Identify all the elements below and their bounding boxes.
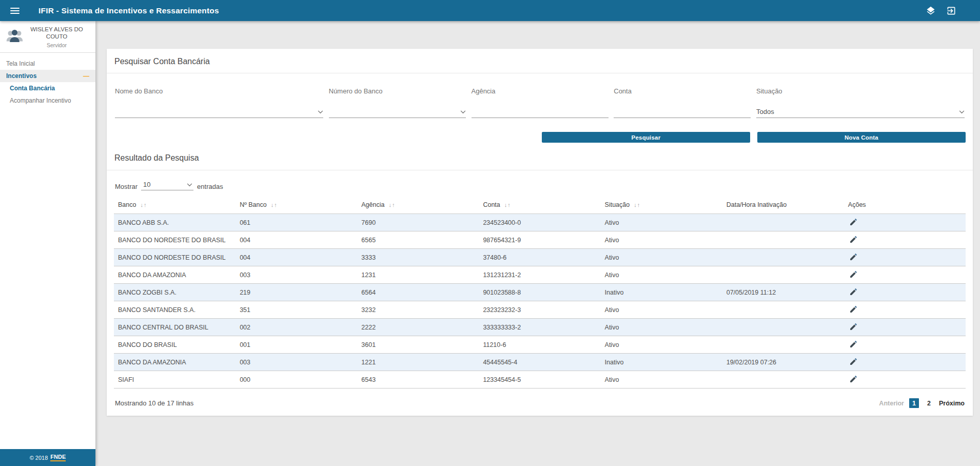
cell-banco: BANCO DA AMAZONIA bbox=[114, 266, 236, 284]
cell-agencia: 1221 bbox=[357, 354, 479, 371]
edit-icon[interactable] bbox=[848, 374, 859, 384]
user-role: Servidor bbox=[24, 42, 89, 48]
column-header-numero-banco[interactable]: Nº Banco↓↑ bbox=[236, 197, 357, 214]
sidebar-item-incentivos[interactable]: Incentivos — bbox=[0, 70, 95, 82]
edit-icon[interactable] bbox=[848, 235, 859, 244]
cell-conta: 232323232-3 bbox=[479, 301, 600, 319]
cell-banco: BANCO ABB S.A. bbox=[114, 214, 236, 231]
cell-data-inativacao bbox=[722, 249, 844, 266]
layers-icon[interactable] bbox=[926, 6, 936, 16]
conta-input[interactable] bbox=[614, 108, 751, 115]
cell-agencia: 6565 bbox=[357, 231, 479, 249]
sort-icon[interactable]: ↓↑ bbox=[271, 202, 278, 208]
chevron-down-icon bbox=[187, 181, 192, 188]
pagination-page-2[interactable]: 2 bbox=[924, 398, 934, 408]
edit-icon[interactable] bbox=[848, 269, 859, 279]
menu-icon[interactable] bbox=[9, 4, 21, 17]
edit-icon[interactable] bbox=[848, 252, 859, 262]
cell-data-inativacao: 07/05/2019 11:12 bbox=[722, 284, 844, 301]
cell-numero-banco: 351 bbox=[236, 301, 357, 319]
column-header-agencia[interactable]: Agência↓↑ bbox=[357, 197, 479, 214]
results-summary: Mostrando 10 de 17 linhas bbox=[115, 399, 193, 407]
fnde-link[interactable]: FNDE bbox=[50, 454, 66, 461]
table-row: BANCO DA AMAZONIA 003 1231 131231231-2 A… bbox=[114, 266, 966, 284]
nova-conta-button[interactable]: Nova Conta bbox=[757, 132, 966, 143]
column-header-situacao[interactable]: Situação↓↑ bbox=[601, 197, 722, 214]
sidebar-item-conta-bancaria[interactable]: Conta Bancária bbox=[0, 82, 95, 94]
pagination-page-1[interactable]: 1 bbox=[909, 398, 919, 408]
cell-data-inativacao bbox=[722, 336, 844, 354]
edit-icon[interactable] bbox=[848, 322, 859, 332]
cell-numero-banco: 002 bbox=[236, 319, 357, 336]
table-row: BANCO SANTANDER S.A. 351 3232 232323232-… bbox=[114, 301, 966, 319]
cell-acoes bbox=[844, 371, 966, 389]
field-numero-do-banco: Número do Banco bbox=[329, 87, 466, 118]
edit-icon[interactable] bbox=[848, 304, 859, 314]
agencia-input[interactable] bbox=[472, 108, 609, 115]
table-header-row: Banco↓↑ Nº Banco↓↑ Agência↓↑ Conta↓↑ Sit… bbox=[114, 197, 966, 214]
cell-data-inativacao bbox=[722, 371, 844, 389]
sort-icon[interactable]: ↓↑ bbox=[140, 202, 147, 208]
cell-acoes bbox=[844, 319, 966, 336]
cell-conta: 37480-6 bbox=[479, 249, 600, 266]
cell-data-inativacao bbox=[722, 266, 844, 284]
numero-do-banco-select[interactable] bbox=[329, 106, 466, 118]
cell-data-inativacao bbox=[722, 319, 844, 336]
table-row: BANCO ABB S.A. 061 7690 234523400-0 Ativ… bbox=[114, 214, 966, 231]
pagination-next[interactable]: Próximo bbox=[939, 400, 965, 407]
cell-conta: 131231231-2 bbox=[479, 266, 600, 284]
table-row: BANCO DO NORDESTE DO BRASIL 004 3333 374… bbox=[114, 249, 966, 266]
cell-acoes bbox=[844, 214, 966, 231]
sort-icon[interactable]: ↓↑ bbox=[634, 202, 640, 208]
cell-conta: 987654321-9 bbox=[479, 231, 600, 249]
field-agencia: Agência bbox=[472, 87, 609, 118]
field-conta: Conta bbox=[614, 87, 751, 118]
cell-conta: 333333333-2 bbox=[479, 319, 600, 336]
logout-icon[interactable] bbox=[946, 6, 956, 16]
nome-do-banco-select[interactable] bbox=[115, 106, 323, 118]
pesquisar-button[interactable]: Pesquisar bbox=[542, 132, 750, 143]
cell-banco: BANCO SANTANDER S.A. bbox=[114, 301, 236, 319]
edit-icon[interactable] bbox=[848, 287, 859, 297]
cell-situacao: Inativo bbox=[601, 354, 722, 371]
cell-situacao: Ativo bbox=[601, 371, 722, 389]
app-title: IFIR - Sistema de Incentivos e Ressarcim… bbox=[38, 6, 219, 15]
cell-acoes bbox=[844, 266, 966, 284]
top-app-bar: IFIR - Sistema de Incentivos e Ressarcim… bbox=[0, 0, 980, 21]
entries-control: Mostrar 10 entradas bbox=[114, 181, 966, 190]
edit-icon[interactable] bbox=[848, 217, 859, 227]
column-header-conta[interactable]: Conta↓↑ bbox=[479, 197, 600, 214]
situacao-select[interactable]: Todos bbox=[756, 106, 965, 118]
edit-icon[interactable] bbox=[848, 339, 859, 349]
divider bbox=[107, 73, 973, 73]
divider bbox=[107, 170, 973, 170]
cell-conta: 45445545-4 bbox=[479, 354, 600, 371]
cell-situacao: Inativo bbox=[601, 284, 722, 301]
cell-situacao: Ativo bbox=[601, 231, 722, 249]
sidebar-item-tela-inicial[interactable]: Tela Inicial bbox=[0, 57, 95, 70]
chevron-down-icon bbox=[959, 108, 965, 115]
collapse-icon[interactable]: — bbox=[83, 72, 89, 80]
user-name: WISLEY ALVES DO COUTO bbox=[24, 26, 89, 41]
sidebar-item-acompanhar-incentivo[interactable]: Acompanhar Incentivo bbox=[0, 94, 95, 107]
column-header-acoes: Ações bbox=[844, 197, 966, 214]
column-header-banco[interactable]: Banco↓↑ bbox=[114, 197, 236, 214]
pagination-previous[interactable]: Anterior bbox=[879, 400, 904, 407]
cell-acoes bbox=[844, 231, 966, 249]
cell-agencia: 3232 bbox=[357, 301, 479, 319]
sort-icon[interactable]: ↓↑ bbox=[504, 202, 511, 208]
cell-data-inativacao bbox=[722, 231, 844, 249]
cell-acoes bbox=[844, 249, 966, 266]
table-row: BANCO DO NORDESTE DO BRASIL 004 6565 987… bbox=[114, 231, 966, 249]
cell-banco: SIAFI bbox=[114, 371, 236, 389]
table-row: BANCO ZOGBI S.A. 219 6564 901023588-8 In… bbox=[114, 284, 966, 301]
results-table-body: BANCO ABB S.A. 061 7690 234523400-0 Ativ… bbox=[114, 214, 966, 389]
cell-numero-banco: 219 bbox=[236, 284, 357, 301]
cell-banco: BANCO ZOGBI S.A. bbox=[114, 284, 236, 301]
entries-per-page-select[interactable]: 10 bbox=[141, 181, 193, 190]
sort-icon[interactable]: ↓↑ bbox=[388, 202, 395, 208]
cell-agencia: 3333 bbox=[357, 249, 479, 266]
edit-icon[interactable] bbox=[848, 357, 859, 366]
sidebar-menu: Tela Inicial Incentivos — Conta Bancária… bbox=[0, 53, 95, 449]
cell-acoes bbox=[844, 354, 966, 371]
